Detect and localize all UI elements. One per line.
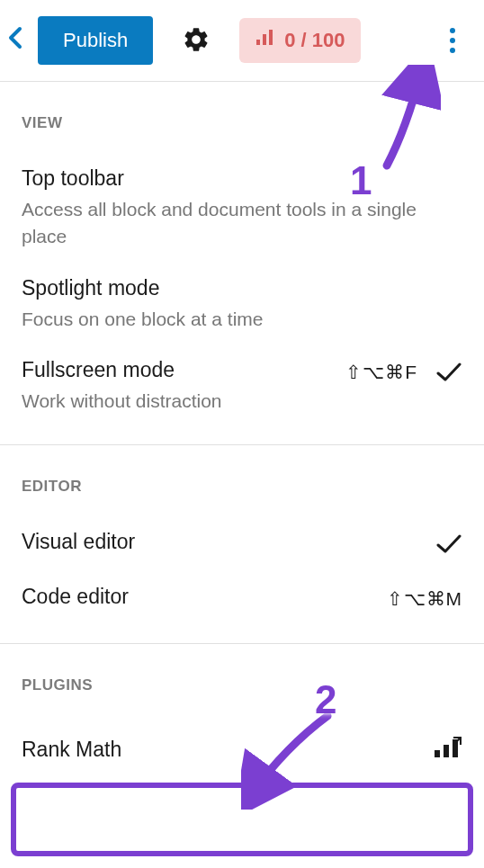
score-text: 0 / 100 xyxy=(284,29,345,52)
menu-item-fullscreen[interactable]: Fullscreen mode Work without distraction… xyxy=(20,345,464,427)
menu-desc: Access all block and document tools in a… xyxy=(22,196,462,251)
plugin-title: Rank Math xyxy=(22,738,121,762)
menu-item-spotlight[interactable]: Spotlight mode Focus on one block at a t… xyxy=(20,264,464,345)
settings-button[interactable] xyxy=(178,22,214,60)
menu-title: Visual editor xyxy=(22,530,425,554)
section-header-plugins: PLUGINS xyxy=(20,644,464,716)
menu-title: Code editor xyxy=(22,585,376,609)
section-header-editor: EDITOR xyxy=(20,445,464,517)
back-chevron-icon[interactable] xyxy=(7,25,23,57)
svg-rect-2 xyxy=(269,30,273,45)
menu-item-top-toolbar[interactable]: Top toolbar Access all block and documen… xyxy=(20,154,464,264)
more-options-button[interactable] xyxy=(446,21,459,60)
svg-rect-3 xyxy=(435,750,440,757)
rank-math-icon xyxy=(434,736,462,765)
menu-item-visual-editor[interactable]: Visual editor xyxy=(20,517,464,572)
gear-icon xyxy=(182,43,211,57)
menu-desc: Focus on one block at a time xyxy=(22,306,462,333)
menu-desc: Work without distraction xyxy=(22,388,335,415)
menu-title: Spotlight mode xyxy=(22,276,462,300)
plugins-section: PLUGINS Rank Math xyxy=(0,644,484,784)
kebab-icon xyxy=(450,28,455,33)
top-toolbar: Publish 0 / 100 xyxy=(0,0,484,82)
section-header-view: VIEW xyxy=(20,82,464,154)
svg-rect-1 xyxy=(263,34,266,45)
menu-title: Fullscreen mode xyxy=(22,358,335,382)
annotation-highlight-box xyxy=(11,783,473,856)
svg-rect-0 xyxy=(256,40,260,45)
chart-icon xyxy=(255,29,275,52)
publish-button[interactable]: Publish xyxy=(38,16,153,65)
shortcut-label: ⇧⌥⌘M xyxy=(387,588,463,610)
view-section: VIEW Top toolbar Access all block and do… xyxy=(0,82,484,428)
menu-title: Top toolbar xyxy=(22,166,462,191)
menu-item-code-editor[interactable]: Code editor ⇧⌥⌘M xyxy=(20,572,464,627)
svg-rect-4 xyxy=(444,745,449,757)
seo-score-badge[interactable]: 0 / 100 xyxy=(239,18,361,63)
shortcut-label: ⇧⌥⌘F xyxy=(345,362,417,383)
menu-item-rank-math[interactable]: Rank Math xyxy=(20,716,464,784)
check-icon xyxy=(435,362,462,383)
editor-section: EDITOR Visual editor Code editor ⇧⌥⌘M xyxy=(0,445,484,627)
check-icon xyxy=(435,533,462,555)
